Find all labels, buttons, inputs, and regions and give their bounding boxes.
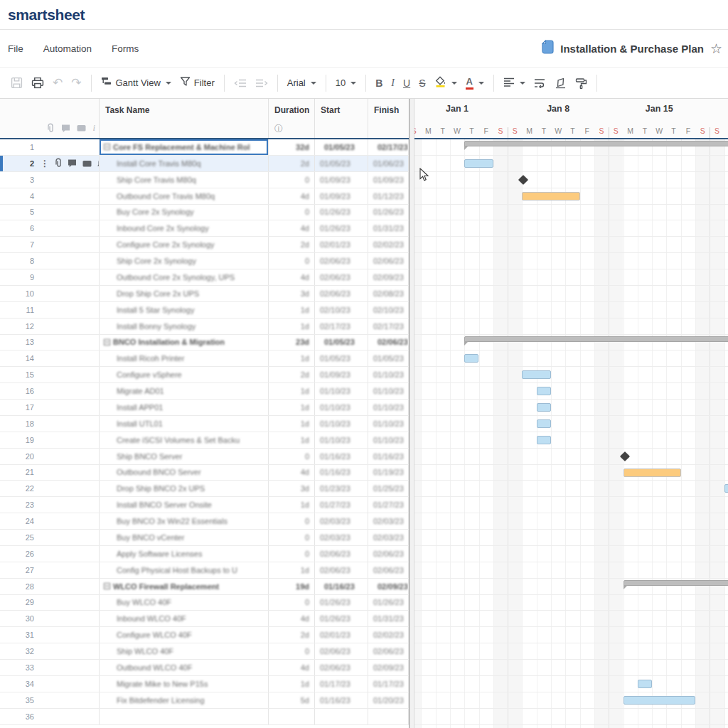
paperclip-icon[interactable] <box>54 158 63 168</box>
task-name-cell[interactable]: Ship BNCO Server <box>100 449 269 464</box>
gantt-row[interactable] <box>414 530 728 546</box>
table-row[interactable]: 24Buy BNCO 3x Win22 Essentials002/03/230… <box>0 513 409 530</box>
star-icon[interactable]: ☆ <box>710 42 722 55</box>
row-number-cell[interactable]: 26 <box>0 546 100 562</box>
table-row[interactable]: 13BNCO Installation & Migration23d01/05/… <box>0 335 409 351</box>
start-cell[interactable]: 02/06/23 <box>315 546 368 562</box>
task-name-cell[interactable]: Install Bonny Synology <box>100 318 269 334</box>
row-number-cell[interactable]: 35 <box>0 692 100 708</box>
table-row[interactable]: 16Migrate AD011d01/10/2301/10/23 <box>0 383 409 400</box>
finish-cell[interactable]: 01/26/23 <box>368 595 409 611</box>
gantt-row[interactable] <box>414 253 728 269</box>
gantt-row[interactable] <box>414 497 728 513</box>
start-cell[interactable]: 02/03/23 <box>315 513 368 529</box>
gantt-bar[interactable] <box>623 469 681 477</box>
task-name-cell[interactable]: Install APP01 <box>100 400 269 415</box>
row-number-cell[interactable]: 16 <box>0 383 100 399</box>
table-row[interactable]: 31Configure WLCO 40F2d02/01/2302/02/23 <box>0 627 409 643</box>
table-row[interactable]: 32Ship WLCO 40F002/06/2302/06/23 <box>0 643 409 660</box>
task-name-cell[interactable]: Ship Core Travis M80q <box>100 172 269 188</box>
task-name-cell[interactable]: Drop Ship BNCO 2x UPS <box>100 481 269 496</box>
row-number-column-header[interactable]: i <box>0 99 100 138</box>
start-cell[interactable]: 01/17/23 <box>315 676 368 692</box>
gantt-bar[interactable] <box>537 436 551 444</box>
duration-cell[interactable]: 2d <box>269 237 315 252</box>
duration-cell[interactable]: 4d <box>269 465 315 481</box>
start-cell[interactable]: 01/23/23 <box>315 481 368 496</box>
gantt-bar[interactable] <box>522 370 551 379</box>
table-row[interactable]: 7Configure Core 2x Synology2d02/01/2302/… <box>0 237 409 253</box>
row-number-cell[interactable]: 25 <box>0 530 100 545</box>
finish-cell[interactable] <box>368 709 409 724</box>
start-cell[interactable]: 01/09/23 <box>315 367 368 382</box>
gantt-view-button[interactable]: Gantt View <box>97 74 176 92</box>
gantt-summary-bar[interactable] <box>464 336 728 342</box>
duration-cell[interactable]: 0 <box>269 253 315 269</box>
wrap-text-icon[interactable] <box>530 76 550 90</box>
gantt-row[interactable] <box>414 546 728 562</box>
row-number-cell[interactable]: 4 <box>0 188 100 204</box>
task-name-cell[interactable]: Outbound Core 2x Synology, UPS <box>100 269 269 285</box>
task-name-cell[interactable]: Config Physical Host Backups to U <box>100 562 269 578</box>
task-name-cell[interactable]: Fix Bitdefender Licensing <box>100 692 269 708</box>
task-name-cell[interactable]: Install 5 Star Synology <box>100 302 269 318</box>
filter-button[interactable]: Filter <box>176 74 219 92</box>
finish-cell[interactable]: 02/06/23 <box>368 562 409 578</box>
finish-cell[interactable]: 01/10/23 <box>368 383 409 399</box>
gantt-bar[interactable] <box>464 159 493 168</box>
row-number-cell[interactable]: 18 <box>0 416 100 432</box>
gantt-row[interactable] <box>414 350 728 367</box>
start-cell[interactable]: 02/06/23 <box>315 562 368 578</box>
gantt-bar[interactable] <box>464 354 478 363</box>
finish-cell[interactable]: 02/09/23 <box>368 660 409 675</box>
task-name-cell[interactable]: Install Ricoh Printer <box>100 350 269 366</box>
gantt-bar[interactable] <box>537 387 551 395</box>
row-number-cell[interactable]: 9 <box>0 269 100 285</box>
duration-cell[interactable]: 1d <box>269 432 315 448</box>
duration-cell[interactable]: 0 <box>269 172 315 188</box>
table-row[interactable]: 12Install Bonny Synology1d02/17/2302/17/… <box>0 318 409 335</box>
task-name-cell[interactable]: Buy BNCO vCenter <box>100 530 269 545</box>
finish-cell[interactable]: 01/06/23 <box>368 156 409 171</box>
gantt-row[interactable] <box>414 383 728 400</box>
finish-cell[interactable]: 01/10/23 <box>368 416 409 432</box>
start-cell[interactable]: 01/26/23 <box>315 220 368 236</box>
print-icon[interactable] <box>27 75 48 91</box>
duration-cell[interactable]: 3d <box>269 481 315 496</box>
table-row[interactable]: 2⋮Install Core Travis M80q2d01/05/2301/0… <box>0 156 409 172</box>
underline-button[interactable]: U <box>399 75 414 91</box>
finish-cell[interactable]: 02/02/23 <box>368 237 409 252</box>
gantt-row[interactable] <box>414 513 728 530</box>
redo-icon[interactable]: ↷ <box>67 75 85 91</box>
gantt-milestone[interactable] <box>518 175 528 185</box>
row-number-cell[interactable]: 21 <box>0 465 100 481</box>
table-row[interactable]: 26Apply Software Licenses002/06/2302/06/… <box>0 546 409 562</box>
fill-color-button[interactable] <box>430 73 461 92</box>
box-icon[interactable] <box>82 159 92 168</box>
finish-cell[interactable]: 01/12/23 <box>368 188 409 204</box>
table-row[interactable]: 34Migrate Mike to New P15s1d01/17/2301/1… <box>0 676 409 692</box>
table-row[interactable]: 33Outbound WLCO 40F4d02/06/2302/09/23 <box>0 660 409 676</box>
start-cell[interactable]: 01/09/23 <box>315 172 368 188</box>
finish-cell[interactable]: 02/03/23 <box>368 530 409 545</box>
collapse-icon[interactable] <box>104 583 110 589</box>
gantt-row[interactable] <box>414 449 728 465</box>
row-number-cell[interactable]: 1 <box>0 139 100 155</box>
gantt-row[interactable] <box>414 627 728 643</box>
finish-cell[interactable]: 01/10/23 <box>368 367 409 382</box>
finish-cell[interactable]: 01/31/23 <box>368 611 409 626</box>
comment-icon[interactable] <box>68 159 77 168</box>
comment-icon[interactable] <box>61 124 70 133</box>
gantt-row[interactable] <box>414 562 728 579</box>
collapse-icon[interactable] <box>104 339 110 346</box>
finish-cell[interactable]: 01/10/23 <box>368 432 409 448</box>
finish-cell[interactable]: 01/26/23 <box>368 205 409 220</box>
italic-button[interactable]: I <box>387 75 399 91</box>
start-cell[interactable]: 01/05/23 <box>315 335 368 350</box>
gantt-bar[interactable] <box>623 696 696 705</box>
gantt-row[interactable] <box>414 237 728 253</box>
task-name-cell[interactable]: Buy WLCO 40F <box>100 595 269 611</box>
gantt-row[interactable] <box>414 220 728 237</box>
table-row[interactable]: 28WLCO Firewall Replacement19d01/16/2302… <box>0 579 409 595</box>
finish-cell[interactable]: 02/08/23 <box>368 286 409 301</box>
